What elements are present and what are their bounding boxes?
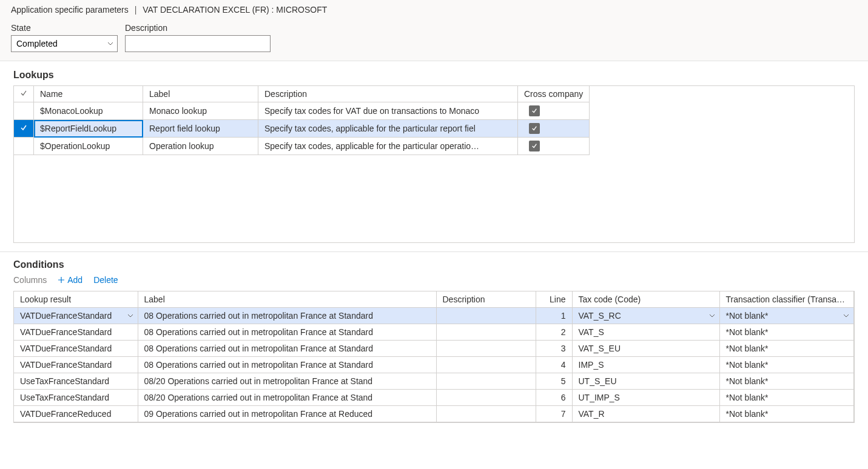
description-input[interactable]: [125, 35, 271, 52]
condition-description-cell[interactable]: [436, 373, 536, 390]
condition-label-cell[interactable]: 08 Operations carried out in metropolita…: [138, 341, 436, 357]
line-cell[interactable]: 1: [536, 308, 572, 324]
line-cell[interactable]: 3: [536, 341, 572, 357]
conditions-header-classifier[interactable]: Transaction classifier (Transacti…: [719, 291, 854, 308]
lookup-result-cell[interactable]: VATDueFranceStandard: [14, 341, 138, 357]
table-row[interactable]: $OperationLookupOperation lookupSpecify …: [14, 138, 590, 155]
tax-code-cell[interactable]: IMP_S: [572, 357, 719, 373]
table-row[interactable]: $ReportFieldLookupReport field lookupSpe…: [14, 120, 590, 138]
tax-code-cell[interactable]: UT_IMP_S: [572, 390, 719, 406]
conditions-header-label[interactable]: Label: [138, 291, 436, 308]
line-cell[interactable]: 5: [536, 373, 572, 390]
condition-label-cell[interactable]: 09 Operations carried out in metropolita…: [138, 406, 436, 422]
conditions-header-taxcode[interactable]: Tax code (Code): [572, 291, 719, 308]
delete-button[interactable]: Delete: [93, 275, 118, 285]
transaction-classifier-cell[interactable]: *Not blank*: [719, 324, 854, 341]
table-row[interactable]: $MonacoLookupMonaco lookupSpecify tax co…: [14, 102, 590, 120]
table-row[interactable]: UseTaxFranceStandard08/20 Operations car…: [14, 373, 854, 390]
header-fields: State Completed Description: [11, 23, 857, 52]
lookup-result-cell[interactable]: VATDueFranceStandard: [14, 357, 138, 373]
transaction-classifier-cell[interactable]: *Not blank*: [719, 406, 854, 422]
add-button[interactable]: Add: [58, 275, 82, 285]
condition-description-cell[interactable]: [436, 341, 536, 357]
condition-label-cell[interactable]: 08 Operations carried out in metropolita…: [138, 308, 436, 324]
description-field-group: Description: [125, 23, 271, 52]
row-marker[interactable]: [14, 120, 34, 138]
transaction-classifier-cell[interactable]: *Not blank*: [719, 308, 854, 324]
table-row[interactable]: VATDueFranceStandard08 Operations carrie…: [14, 308, 854, 324]
condition-label-cell[interactable]: 08/20 Operations carried out in metropol…: [138, 390, 436, 406]
lookups-header-cross[interactable]: Cross company: [518, 86, 590, 102]
line-cell[interactable]: 4: [536, 357, 572, 373]
line-cell[interactable]: 7: [536, 406, 572, 422]
description-label: Description: [125, 23, 271, 33]
conditions-header-line[interactable]: Line: [536, 291, 572, 308]
condition-label-cell[interactable]: 08 Operations carried out in metropolita…: [138, 357, 436, 373]
condition-description-cell[interactable]: [436, 357, 536, 373]
lookups-header-description[interactable]: Description: [258, 86, 518, 102]
lookup-description-cell[interactable]: Specify tax codes for VAT due on transac…: [258, 102, 518, 120]
lookups-title: Lookups: [13, 70, 855, 81]
line-cell[interactable]: 2: [536, 324, 572, 341]
tax-code-cell[interactable]: VAT_R: [572, 406, 719, 422]
chevron-down-icon: [843, 312, 850, 319]
conditions-header-lookup[interactable]: Lookup result: [14, 291, 138, 308]
lookup-result-cell[interactable]: VATDueFranceStandard: [14, 308, 138, 324]
tax-code-cell[interactable]: UT_S_EU: [572, 373, 719, 390]
condition-label-cell[interactable]: 08 Operations carried out in metropolita…: [138, 324, 436, 341]
checkbox-checked-icon[interactable]: [529, 105, 540, 116]
table-row[interactable]: VATDueFranceStandard08 Operations carrie…: [14, 357, 854, 373]
row-marker[interactable]: [14, 102, 34, 120]
table-row[interactable]: VATDueFranceReduced09 Operations carried…: [14, 406, 854, 422]
conditions-title: Conditions: [13, 259, 855, 270]
lookup-result-cell[interactable]: VATDueFranceStandard: [14, 324, 138, 341]
conditions-section: Conditions Columns Add Delete Lookup res…: [0, 252, 868, 427]
lookup-name-cell[interactable]: $ReportFieldLookup: [34, 120, 143, 138]
table-row[interactable]: VATDueFranceStandard08 Operations carrie…: [14, 324, 854, 341]
condition-description-cell[interactable]: [436, 324, 536, 341]
checkmark-icon: [20, 124, 27, 131]
condition-label-cell[interactable]: 08/20 Operations carried out in metropol…: [138, 373, 436, 390]
lookup-description-cell[interactable]: Specify tax codes, applicable for the pa…: [258, 120, 518, 138]
transaction-classifier-cell[interactable]: *Not blank*: [719, 373, 854, 390]
lookup-label-cell[interactable]: Report field lookup: [143, 120, 258, 138]
transaction-classifier-cell[interactable]: *Not blank*: [719, 341, 854, 357]
state-select[interactable]: Completed: [11, 35, 118, 52]
lookup-name-cell[interactable]: $MonacoLookup: [34, 102, 143, 120]
condition-description-cell[interactable]: [436, 308, 536, 324]
lookup-label-cell[interactable]: Monaco lookup: [143, 102, 258, 120]
table-row[interactable]: VATDueFranceStandard08 Operations carrie…: [14, 341, 854, 357]
state-label: State: [11, 23, 118, 33]
lookup-result-cell[interactable]: VATDueFranceReduced: [14, 406, 138, 422]
condition-description-cell[interactable]: [436, 406, 536, 422]
lookup-description-cell[interactable]: Specify tax codes, applicable for the pa…: [258, 138, 518, 155]
table-row[interactable]: UseTaxFranceStandard08/20 Operations car…: [14, 390, 854, 406]
checkbox-checked-icon[interactable]: [529, 123, 540, 134]
checkbox-checked-icon[interactable]: [529, 141, 540, 151]
columns-button[interactable]: Columns: [13, 275, 47, 285]
checkmark-icon: [20, 90, 27, 97]
lookups-header-label[interactable]: Label: [143, 86, 258, 102]
state-select-wrap[interactable]: Completed: [11, 35, 118, 52]
conditions-table-container: Lookup result Label Description Line Tax…: [13, 291, 855, 423]
row-marker[interactable]: [14, 138, 34, 155]
lookups-header-name[interactable]: Name: [34, 86, 143, 102]
tax-code-cell[interactable]: VAT_S: [572, 324, 719, 341]
tax-code-cell[interactable]: VAT_S_EU: [572, 341, 719, 357]
lookup-result-cell[interactable]: UseTaxFranceStandard: [14, 373, 138, 390]
cross-company-cell[interactable]: [518, 120, 590, 138]
condition-description-cell[interactable]: [436, 390, 536, 406]
line-cell[interactable]: 6: [536, 390, 572, 406]
lookups-header-marker[interactable]: [14, 86, 34, 102]
lookup-label-cell[interactable]: Operation lookup: [143, 138, 258, 155]
lookup-result-cell[interactable]: UseTaxFranceStandard: [14, 390, 138, 406]
transaction-classifier-cell[interactable]: *Not blank*: [719, 390, 854, 406]
lookup-name-cell[interactable]: $OperationLookup: [34, 138, 143, 155]
conditions-header-row: Lookup result Label Description Line Tax…: [14, 291, 854, 308]
conditions-header-description[interactable]: Description: [436, 291, 536, 308]
transaction-classifier-cell[interactable]: *Not blank*: [719, 357, 854, 373]
tax-code-cell[interactable]: VAT_S_RC: [572, 308, 719, 324]
cross-company-cell[interactable]: [518, 138, 590, 155]
conditions-table: Lookup result Label Description Line Tax…: [14, 291, 854, 422]
cross-company-cell[interactable]: [518, 102, 590, 120]
